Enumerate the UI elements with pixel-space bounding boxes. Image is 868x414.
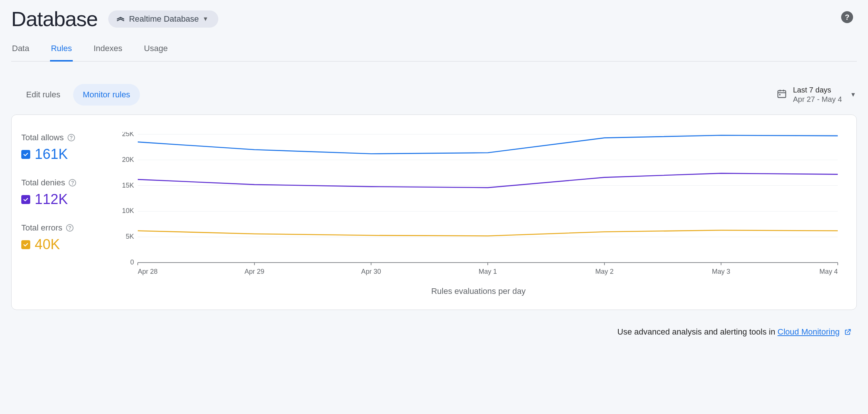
svg-text:10K: 10K — [122, 207, 134, 214]
chart-area: 05K10K15K20K25KApr 28Apr 29Apr 30May 1Ma… — [115, 132, 842, 296]
tab-data[interactable]: Data — [11, 39, 30, 61]
metric-denies-value: 112K — [35, 191, 68, 207]
realtime-database-icon — [116, 14, 125, 24]
date-range-picker[interactable]: Last 7 days Apr 27 - May 4 ▼ — [777, 85, 856, 104]
svg-text:May 1: May 1 — [479, 268, 497, 275]
help-icon[interactable]: ? — [66, 224, 74, 232]
footer-text: Use advanced analysis and alerting tools… — [617, 327, 777, 336]
metric-allows-value: 161K — [35, 146, 68, 162]
calendar-icon — [777, 88, 787, 101]
rules-line-chart: 05K10K15K20K25KApr 28Apr 29Apr 30May 1Ma… — [115, 132, 842, 277]
external-link-icon — [844, 328, 852, 338]
svg-text:May 3: May 3 — [712, 268, 730, 275]
svg-text:Apr 28: Apr 28 — [138, 268, 157, 275]
metric-errors-label: Total errors — [21, 223, 62, 233]
metric-allows-label: Total allows — [21, 133, 64, 142]
svg-text:Apr 29: Apr 29 — [244, 268, 264, 275]
metric-denies-label: Total denies — [21, 178, 65, 188]
help-icon[interactable]: ? — [841, 11, 853, 23]
subtab-monitor-rules[interactable]: Monitor rules — [73, 84, 140, 106]
page-header: Database Realtime Database ▼ ? — [11, 4, 857, 37]
footer-hint: Use advanced analysis and alerting tools… — [11, 310, 857, 338]
metric-denies: Total denies ? 112K — [21, 178, 102, 207]
date-range-label: Last 7 days — [793, 85, 842, 95]
chart-x-label: Rules evaluations per day — [115, 286, 842, 296]
metric-errors: Total errors ? 40K — [21, 223, 102, 253]
svg-text:May 4: May 4 — [819, 268, 838, 275]
subtab-edit-rules[interactable]: Edit rules — [16, 84, 70, 106]
svg-rect-0 — [778, 90, 786, 97]
chevron-down-icon: ▼ — [203, 16, 209, 22]
chart-legend: Total allows ? 161K Total denies ? 112K — [21, 132, 102, 296]
svg-text:May 2: May 2 — [595, 268, 613, 275]
date-range-value: Apr 27 - May 4 — [793, 95, 842, 104]
metric-allows: Total allows ? 161K — [21, 133, 102, 162]
svg-text:15K: 15K — [122, 182, 134, 189]
checkbox-denies[interactable] — [21, 195, 30, 204]
svg-text:5K: 5K — [126, 233, 134, 240]
help-icon[interactable]: ? — [68, 134, 75, 141]
page-title: Database — [11, 7, 98, 31]
svg-text:20K: 20K — [122, 156, 134, 163]
svg-text:0: 0 — [130, 258, 134, 266]
svg-text:25K: 25K — [122, 132, 134, 138]
rules-chart-card: Total allows ? 161K Total denies ? 112K — [11, 115, 857, 310]
chevron-down-icon: ▼ — [850, 91, 856, 98]
metric-errors-value: 40K — [35, 236, 60, 253]
primary-tabs: Data Rules Indexes Usage — [11, 37, 857, 62]
checkbox-allows[interactable] — [21, 150, 30, 159]
cloud-monitoring-link[interactable]: Cloud Monitoring — [778, 327, 840, 336]
tab-rules[interactable]: Rules — [50, 39, 72, 62]
database-product-label: Realtime Database — [129, 14, 199, 24]
svg-rect-4 — [779, 94, 781, 95]
svg-text:Apr 30: Apr 30 — [361, 268, 381, 275]
tab-usage[interactable]: Usage — [143, 39, 169, 61]
tab-indexes[interactable]: Indexes — [93, 39, 123, 61]
help-icon[interactable]: ? — [69, 179, 76, 186]
subtab-bar: Edit rules Monitor rules Last 7 days Apr… — [11, 62, 857, 111]
database-product-selector[interactable]: Realtime Database ▼ — [108, 10, 218, 28]
checkbox-errors[interactable] — [21, 240, 30, 249]
